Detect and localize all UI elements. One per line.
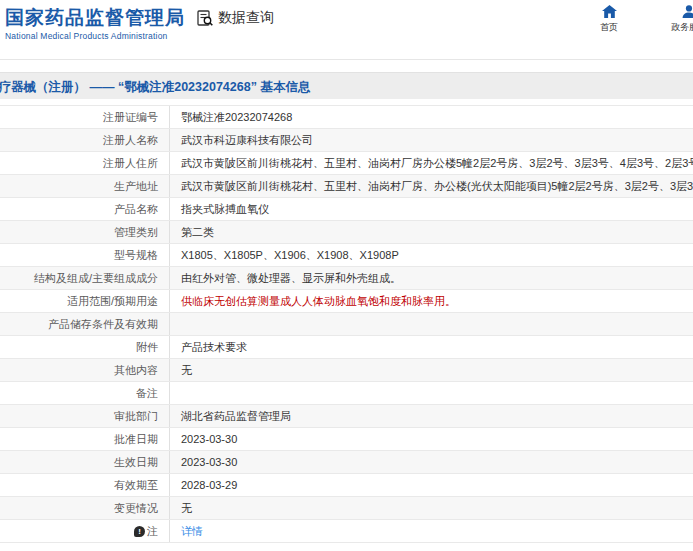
row-label-text: 产品储存条件及有效期 — [48, 317, 158, 332]
table-row: 产品名称指夹式脉搏血氧仪 — [0, 198, 693, 221]
row-label-text: 注册人住所 — [103, 156, 158, 171]
row-label: 注册人住所 — [0, 152, 170, 174]
row-label: 其他内容 — [0, 359, 170, 381]
row-label-text: 审批部门 — [114, 409, 158, 424]
table-row: 注册证编号鄂械注准20232074268 — [0, 106, 693, 129]
row-value: 产品技术要求 — [170, 336, 693, 358]
table-row: 生产地址武汉市黄陂区前川街桃花村、五里村、油岗村厂房、办公楼(光伏太阳能项目)5… — [0, 175, 693, 198]
row-value: 详情 — [170, 520, 693, 542]
row-value: 无 — [170, 497, 693, 519]
row-label-text: 生产地址 — [114, 179, 158, 194]
home-icon — [602, 5, 617, 18]
row-label: 批准日期 — [0, 428, 170, 450]
table-row: 型号规格X1805、X1805P、X1906、X1908、X1908P — [0, 244, 693, 267]
nav-home-label: 首页 — [600, 21, 618, 34]
table-row: 结构及组成/主要组成成分由红外对管、微处理器、显示屏和外壳组成。 — [0, 267, 693, 290]
row-label: 生产地址 — [0, 175, 170, 197]
row-label: 有效期至 — [0, 474, 170, 496]
table-row: 附件产品技术要求 — [0, 336, 693, 359]
row-label: 结构及组成/主要组成成分 — [0, 267, 170, 289]
row-label-text: 结构及组成/主要组成成分 — [34, 271, 158, 286]
row-value: 武汉市黄陂区前川街桃花村、五里村、油岗村厂房、办公楼(光伏太阳能项目)5幢2层2… — [170, 175, 693, 197]
person-icon — [682, 5, 693, 18]
table-row: 变更情况无 — [0, 497, 693, 520]
table-row: 审批部门湖北省药品监督管理局 — [0, 405, 693, 428]
row-value: 2028-03-29 — [170, 474, 693, 496]
row-label: 适用范围/预期用途 — [0, 290, 170, 312]
table-row: 适用范围/预期用途供临床无创估算测量成人人体动脉血氧饱和度和脉率用。 — [0, 290, 693, 313]
row-label: 型号规格 — [0, 244, 170, 266]
row-value: 指夹式脉搏血氧仪 — [170, 198, 693, 220]
row-label-text: 批准日期 — [114, 432, 158, 447]
row-label: 备注 — [0, 382, 170, 404]
row-value: 无 — [170, 359, 693, 381]
row-value: 湖北省药品监督管理局 — [170, 405, 693, 427]
row-label: 产品储存条件及有效期 — [0, 313, 170, 335]
row-label-text: 变更情况 — [114, 501, 158, 516]
table-row: 注册人名称武汉市科迈康科技有限公司 — [0, 129, 693, 152]
row-label-text: 注册人名称 — [103, 133, 158, 148]
page-title: 医疗器械（注册） —— “鄂械注准20232074268” 基本信息 — [0, 74, 310, 99]
row-label: 附件 — [0, 336, 170, 358]
table-row: 管理类别第二类 — [0, 221, 693, 244]
row-label: 管理类别 — [0, 221, 170, 243]
row-label-text: 注 — [147, 524, 158, 539]
site-header: 国家药品监督管理局 National Medical Products Admi… — [0, 0, 693, 60]
table-row: 产品储存条件及有效期 — [0, 313, 693, 336]
row-value: 由红外对管、微处理器、显示屏和外壳组成。 — [170, 267, 693, 289]
row-value: X1805、X1805P、X1906、X1908、X1908P — [170, 244, 693, 266]
row-label-text: 管理类别 — [114, 225, 158, 240]
row-value: 第二类 — [170, 221, 693, 243]
row-label: 注册人名称 — [0, 129, 170, 151]
row-value: 鄂械注准20232074268 — [170, 106, 693, 128]
logo-title: 国家药品监督管理局 — [5, 7, 185, 29]
header-nav: 首页 政务服务 — [583, 5, 693, 34]
row-label: 产品名称 — [0, 198, 170, 220]
table-row: 注册人住所武汉市黄陂区前川街桃花村、五里村、油岗村厂房办公楼5幢2层2号房、3层… — [0, 152, 693, 175]
registration-info-table: 注册证编号鄂械注准20232074268注册人名称武汉市科迈康科技有限公司注册人… — [0, 105, 693, 543]
row-value: 2023-03-30 — [170, 451, 693, 473]
nav-gov-service[interactable]: 政务服务 — [663, 5, 693, 34]
row-value: 供临床无创估算测量成人人体动脉血氧饱和度和脉率用。 — [170, 290, 693, 312]
table-row: 备注 — [0, 382, 693, 405]
data-query-icon — [196, 9, 214, 27]
table-row: 有效期至2028-03-29 — [0, 474, 693, 497]
row-label: 注册证编号 — [0, 106, 170, 128]
logo-subtitle: National Medical Products Administration — [5, 31, 185, 41]
table-row: !注详情 — [0, 520, 693, 543]
row-label-text: 附件 — [136, 340, 158, 355]
nmpa-logo[interactable]: 国家药品监督管理局 National Medical Products Admi… — [5, 7, 185, 41]
table-row: 批准日期2023-03-30 — [0, 428, 693, 451]
note-icon: ! — [134, 526, 145, 537]
row-label-text: 注册证编号 — [103, 110, 158, 125]
row-label: 审批部门 — [0, 405, 170, 427]
nav-gov-service-label: 政务服务 — [671, 21, 693, 34]
table-row: 其他内容无 — [0, 359, 693, 382]
row-label-text: 适用范围/预期用途 — [67, 294, 158, 309]
row-label: 生效日期 — [0, 451, 170, 473]
page-title-bar: 医疗器械（注册） —— “鄂械注准20232074268” 基本信息 — [0, 72, 693, 99]
row-value: 武汉市黄陂区前川街桃花村、五里村、油岗村厂房办公楼5幢2层2号房、3层2号、3层… — [170, 152, 693, 174]
nav-data-query-label: 数据查询 — [218, 9, 274, 27]
row-label-text: 生效日期 — [114, 455, 158, 470]
row-label-text: 备注 — [136, 386, 158, 401]
row-label-text: 其他内容 — [114, 363, 158, 378]
row-label-text: 有效期至 — [114, 478, 158, 493]
table-row: 生效日期2023-03-30 — [0, 451, 693, 474]
row-label-text: 型号规格 — [114, 248, 158, 263]
page: 国家药品监督管理局 National Medical Products Admi… — [0, 0, 693, 551]
row-label-text: 产品名称 — [114, 202, 158, 217]
row-value: 2023-03-30 — [170, 428, 693, 450]
nav-home[interactable]: 首页 — [583, 5, 635, 34]
row-label: !注 — [0, 520, 170, 542]
nav-data-query[interactable]: 数据查询 — [196, 9, 274, 27]
row-value: 武汉市科迈康科技有限公司 — [170, 129, 693, 151]
detail-link[interactable]: 详情 — [181, 524, 203, 539]
row-value — [170, 382, 693, 404]
row-label: 变更情况 — [0, 497, 170, 519]
row-value — [170, 313, 693, 335]
